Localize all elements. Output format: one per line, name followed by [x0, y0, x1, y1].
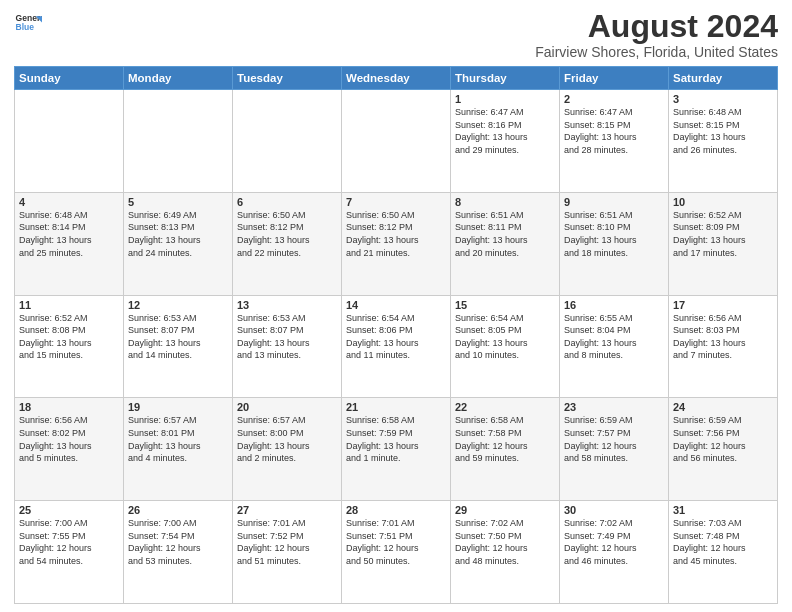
day-info: Sunrise: 7:00 AM Sunset: 7:54 PM Dayligh… [128, 517, 228, 567]
day-info: Sunrise: 6:54 AM Sunset: 8:05 PM Dayligh… [455, 312, 555, 362]
calendar-cell: 27Sunrise: 7:01 AM Sunset: 7:52 PM Dayli… [233, 501, 342, 604]
day-number: 19 [128, 401, 228, 413]
day-info: Sunrise: 6:57 AM Sunset: 8:01 PM Dayligh… [128, 414, 228, 464]
day-info: Sunrise: 6:49 AM Sunset: 8:13 PM Dayligh… [128, 209, 228, 259]
day-info: Sunrise: 6:54 AM Sunset: 8:06 PM Dayligh… [346, 312, 446, 362]
day-info: Sunrise: 6:47 AM Sunset: 8:16 PM Dayligh… [455, 106, 555, 156]
col-header-tuesday: Tuesday [233, 67, 342, 90]
calendar-cell [124, 90, 233, 193]
day-number: 6 [237, 196, 337, 208]
svg-text:Blue: Blue [16, 22, 35, 32]
day-number: 9 [564, 196, 664, 208]
day-number: 18 [19, 401, 119, 413]
col-header-saturday: Saturday [669, 67, 778, 90]
day-number: 29 [455, 504, 555, 516]
day-info: Sunrise: 6:57 AM Sunset: 8:00 PM Dayligh… [237, 414, 337, 464]
month-title: August 2024 [535, 10, 778, 42]
week-row-1: 4Sunrise: 6:48 AM Sunset: 8:14 PM Daylig… [15, 192, 778, 295]
day-number: 3 [673, 93, 773, 105]
day-info: Sunrise: 6:56 AM Sunset: 8:02 PM Dayligh… [19, 414, 119, 464]
col-header-sunday: Sunday [15, 67, 124, 90]
page: General Blue August 2024 Fairview Shores… [0, 0, 792, 612]
day-info: Sunrise: 7:00 AM Sunset: 7:55 PM Dayligh… [19, 517, 119, 567]
calendar-cell: 26Sunrise: 7:00 AM Sunset: 7:54 PM Dayli… [124, 501, 233, 604]
week-row-4: 25Sunrise: 7:00 AM Sunset: 7:55 PM Dayli… [15, 501, 778, 604]
calendar-cell: 20Sunrise: 6:57 AM Sunset: 8:00 PM Dayli… [233, 398, 342, 501]
week-row-2: 11Sunrise: 6:52 AM Sunset: 8:08 PM Dayli… [15, 295, 778, 398]
day-number: 26 [128, 504, 228, 516]
header-row: SundayMondayTuesdayWednesdayThursdayFrid… [15, 67, 778, 90]
day-info: Sunrise: 6:56 AM Sunset: 8:03 PM Dayligh… [673, 312, 773, 362]
col-header-wednesday: Wednesday [342, 67, 451, 90]
day-number: 30 [564, 504, 664, 516]
calendar-cell: 23Sunrise: 6:59 AM Sunset: 7:57 PM Dayli… [560, 398, 669, 501]
day-info: Sunrise: 6:51 AM Sunset: 8:10 PM Dayligh… [564, 209, 664, 259]
day-info: Sunrise: 6:52 AM Sunset: 8:08 PM Dayligh… [19, 312, 119, 362]
day-number: 23 [564, 401, 664, 413]
day-info: Sunrise: 7:02 AM Sunset: 7:49 PM Dayligh… [564, 517, 664, 567]
col-header-monday: Monday [124, 67, 233, 90]
calendar-cell: 9Sunrise: 6:51 AM Sunset: 8:10 PM Daylig… [560, 192, 669, 295]
calendar-cell: 16Sunrise: 6:55 AM Sunset: 8:04 PM Dayli… [560, 295, 669, 398]
day-info: Sunrise: 6:58 AM Sunset: 7:59 PM Dayligh… [346, 414, 446, 464]
day-number: 27 [237, 504, 337, 516]
day-info: Sunrise: 6:52 AM Sunset: 8:09 PM Dayligh… [673, 209, 773, 259]
day-number: 13 [237, 299, 337, 311]
calendar-cell: 18Sunrise: 6:56 AM Sunset: 8:02 PM Dayli… [15, 398, 124, 501]
header: General Blue August 2024 Fairview Shores… [14, 10, 778, 60]
calendar-cell: 25Sunrise: 7:00 AM Sunset: 7:55 PM Dayli… [15, 501, 124, 604]
calendar-cell: 7Sunrise: 6:50 AM Sunset: 8:12 PM Daylig… [342, 192, 451, 295]
calendar-cell: 30Sunrise: 7:02 AM Sunset: 7:49 PM Dayli… [560, 501, 669, 604]
week-row-3: 18Sunrise: 6:56 AM Sunset: 8:02 PM Dayli… [15, 398, 778, 501]
calendar-cell: 21Sunrise: 6:58 AM Sunset: 7:59 PM Dayli… [342, 398, 451, 501]
logo: General Blue [14, 10, 42, 38]
day-number: 7 [346, 196, 446, 208]
day-info: Sunrise: 6:51 AM Sunset: 8:11 PM Dayligh… [455, 209, 555, 259]
calendar-cell: 1Sunrise: 6:47 AM Sunset: 8:16 PM Daylig… [451, 90, 560, 193]
calendar-cell: 14Sunrise: 6:54 AM Sunset: 8:06 PM Dayli… [342, 295, 451, 398]
calendar-cell: 15Sunrise: 6:54 AM Sunset: 8:05 PM Dayli… [451, 295, 560, 398]
day-info: Sunrise: 7:01 AM Sunset: 7:52 PM Dayligh… [237, 517, 337, 567]
day-number: 24 [673, 401, 773, 413]
day-number: 25 [19, 504, 119, 516]
calendar-cell: 4Sunrise: 6:48 AM Sunset: 8:14 PM Daylig… [15, 192, 124, 295]
calendar-cell: 24Sunrise: 6:59 AM Sunset: 7:56 PM Dayli… [669, 398, 778, 501]
day-number: 14 [346, 299, 446, 311]
day-info: Sunrise: 7:03 AM Sunset: 7:48 PM Dayligh… [673, 517, 773, 567]
logo-icon: General Blue [14, 10, 42, 38]
day-info: Sunrise: 6:50 AM Sunset: 8:12 PM Dayligh… [237, 209, 337, 259]
day-number: 22 [455, 401, 555, 413]
day-number: 31 [673, 504, 773, 516]
day-number: 11 [19, 299, 119, 311]
day-number: 5 [128, 196, 228, 208]
day-info: Sunrise: 7:02 AM Sunset: 7:50 PM Dayligh… [455, 517, 555, 567]
day-number: 2 [564, 93, 664, 105]
day-info: Sunrise: 6:48 AM Sunset: 8:14 PM Dayligh… [19, 209, 119, 259]
col-header-thursday: Thursday [451, 67, 560, 90]
calendar-table: SundayMondayTuesdayWednesdayThursdayFrid… [14, 66, 778, 604]
calendar-cell: 11Sunrise: 6:52 AM Sunset: 8:08 PM Dayli… [15, 295, 124, 398]
week-row-0: 1Sunrise: 6:47 AM Sunset: 8:16 PM Daylig… [15, 90, 778, 193]
day-info: Sunrise: 6:47 AM Sunset: 8:15 PM Dayligh… [564, 106, 664, 156]
title-block: August 2024 Fairview Shores, Florida, Un… [535, 10, 778, 60]
day-info: Sunrise: 7:01 AM Sunset: 7:51 PM Dayligh… [346, 517, 446, 567]
day-info: Sunrise: 6:50 AM Sunset: 8:12 PM Dayligh… [346, 209, 446, 259]
day-number: 12 [128, 299, 228, 311]
day-number: 16 [564, 299, 664, 311]
calendar-cell: 29Sunrise: 7:02 AM Sunset: 7:50 PM Dayli… [451, 501, 560, 604]
calendar-cell: 31Sunrise: 7:03 AM Sunset: 7:48 PM Dayli… [669, 501, 778, 604]
day-info: Sunrise: 6:59 AM Sunset: 7:56 PM Dayligh… [673, 414, 773, 464]
day-number: 28 [346, 504, 446, 516]
calendar-cell: 17Sunrise: 6:56 AM Sunset: 8:03 PM Dayli… [669, 295, 778, 398]
subtitle: Fairview Shores, Florida, United States [535, 44, 778, 60]
day-number: 1 [455, 93, 555, 105]
calendar-cell: 3Sunrise: 6:48 AM Sunset: 8:15 PM Daylig… [669, 90, 778, 193]
calendar-cell: 10Sunrise: 6:52 AM Sunset: 8:09 PM Dayli… [669, 192, 778, 295]
col-header-friday: Friday [560, 67, 669, 90]
calendar-cell: 22Sunrise: 6:58 AM Sunset: 7:58 PM Dayli… [451, 398, 560, 501]
calendar-cell: 13Sunrise: 6:53 AM Sunset: 8:07 PM Dayli… [233, 295, 342, 398]
day-number: 15 [455, 299, 555, 311]
calendar-cell: 5Sunrise: 6:49 AM Sunset: 8:13 PM Daylig… [124, 192, 233, 295]
calendar-cell [233, 90, 342, 193]
day-info: Sunrise: 6:58 AM Sunset: 7:58 PM Dayligh… [455, 414, 555, 464]
